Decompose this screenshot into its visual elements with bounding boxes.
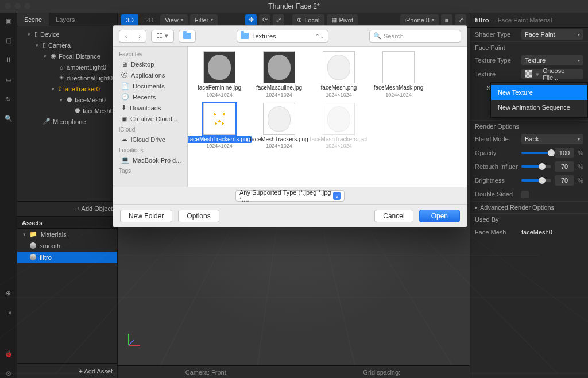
opacity-label: Opacity	[475, 149, 518, 156]
group-button[interactable]	[179, 30, 196, 43]
double-sided-checkbox[interactable]	[521, 191, 529, 198]
file-open-dialog: ‹ › ☷ ▾ Textures⌃⌄ 🔍 Search Favorites 🖥 …	[113, 25, 467, 227]
new-folder-button[interactable]: New Folder	[120, 210, 172, 222]
side-mbp[interactable]: 💻 MacBook Pro d...	[113, 155, 187, 165]
side-recents[interactable]: 🕘 Recents	[113, 91, 187, 102]
expand-icon[interactable]: ⤢	[455, 14, 466, 26]
window-traffic-lights	[5, 3, 30, 9]
scene-tree: ▾▯ Device ▾▯ Camera ▾◉ Focal Distance ☼ …	[17, 26, 117, 129]
pause-icon[interactable]: ⏸	[4, 55, 13, 64]
local-toggle[interactable]: ⊕ Local	[292, 14, 324, 26]
shader-type-label: Shader Type	[475, 31, 518, 38]
tex-type-label: Texture Type	[475, 57, 518, 64]
finder-search[interactable]: 🔍 Search	[369, 30, 461, 43]
layout-icon[interactable]: ≡	[441, 14, 452, 26]
pivot-toggle[interactable]: ▦ Pivot	[327, 14, 358, 26]
device-select[interactable]: iPhone 8▾	[400, 14, 439, 26]
file-item[interactable]: faceMeshMask.png1024×1024	[373, 51, 424, 98]
file-item[interactable]: faceMeshTrackerrrs.png1024×1024	[194, 103, 245, 150]
side-desktop[interactable]: 🖥 Desktop	[113, 59, 187, 70]
options-button[interactable]: Options	[178, 210, 219, 222]
side-apps[interactable]: Ⓐ Applications	[113, 70, 187, 80]
tree-ambient[interactable]: ☼ ambientLight0	[17, 61, 117, 72]
grp-icloud: iCloud	[113, 124, 187, 134]
tree-mic[interactable]: 🎤 Microphone	[17, 116, 117, 127]
axis-gizmo-icon	[126, 331, 143, 348]
search-icon[interactable]: 🔍	[4, 114, 13, 123]
texture-label: Texture	[475, 71, 518, 78]
svg-line-2	[129, 340, 134, 345]
rotate-tool-icon[interactable]: ⟳	[259, 14, 270, 26]
side-downloads[interactable]: ⬇ Downloads	[113, 102, 187, 113]
side-icloud[interactable]: ☁ iCloud Drive	[113, 134, 187, 145]
refresh-icon[interactable]: ↻	[4, 94, 13, 103]
grp-favorites: Favorites	[113, 49, 187, 59]
inspector-subtitle: – Face Paint Material	[492, 17, 552, 24]
texture-context-menu: New Texture New Animation Sequence	[490, 82, 588, 118]
bright-label: Brightness	[475, 177, 518, 184]
retouch-value[interactable]: 70	[555, 161, 574, 172]
scene-tool-icon[interactable]: ▣	[4, 16, 13, 25]
section-usedby: Used By	[470, 213, 588, 225]
grid-label: Grid spacing:	[294, 369, 470, 376]
tab-scene[interactable]: Scene	[17, 13, 49, 26]
section-advanced[interactable]: ▸Advanced Render Options	[470, 201, 588, 213]
mode-2d[interactable]: 2D	[141, 14, 158, 26]
cancel-button[interactable]: Cancel	[374, 210, 413, 222]
move-tool-icon[interactable]: ✥	[245, 14, 257, 26]
bright-slider[interactable]	[521, 179, 551, 182]
inspector-title: filtro	[475, 17, 489, 24]
device-icon[interactable]: ▭	[4, 75, 13, 84]
tree-facemesh[interactable]: ▾⬣ faceMesh0	[17, 94, 117, 105]
tab-layers[interactable]: Layers	[49, 13, 82, 26]
retouch-slider[interactable]	[521, 165, 551, 168]
add-object-button[interactable]: + Add Object	[17, 201, 117, 216]
tree-facetracker[interactable]: ▾⟟ faceTracker0	[17, 83, 117, 94]
opacity-value[interactable]: 100	[555, 148, 574, 158]
max-dot[interactable]	[24, 3, 30, 9]
ctx-new-anim-seq[interactable]: New Animation Sequence	[491, 100, 587, 115]
filter-dropdown[interactable]: Filter▾	[190, 14, 218, 26]
camera-tool-icon[interactable]: ▢	[4, 36, 13, 45]
tree-dirlight[interactable]: ☀ directionalLight0	[17, 72, 117, 83]
ctx-new-texture[interactable]: New Texture	[491, 85, 587, 100]
file-item[interactable]: faceFeminine.jpg1024×1024	[194, 51, 245, 98]
section-facepaint: Face Paint	[470, 41, 588, 53]
tree-facemesh-child[interactable]: ⬣ faceMesh0	[17, 105, 117, 116]
grp-tags: Tags	[113, 165, 187, 175]
checker-icon	[525, 70, 532, 78]
tree-focal[interactable]: ▾◉ Focal Distance	[17, 51, 117, 61]
shader-type-select[interactable]: Face Paint▾	[521, 29, 583, 40]
open-button[interactable]: Open	[419, 210, 460, 222]
finder-file-grid: faceFeminine.jpg1024×1024faceMasculine.j…	[188, 47, 467, 187]
file-item[interactable]: faceMeshTrackers.png1024×1024	[253, 103, 305, 150]
nav-back-button[interactable]: ‹	[119, 30, 133, 43]
opacity-slider[interactable]	[521, 152, 551, 154]
bright-value[interactable]: 70	[555, 175, 574, 186]
side-cc[interactable]: ▣ Creative Cloud...	[113, 113, 187, 124]
file-item[interactable]: faceMesh.png1024×1024	[313, 51, 365, 98]
blend-label: Blend Mode	[475, 136, 518, 142]
facemesh-value: faceMesh0	[521, 229, 552, 236]
mode-3d[interactable]: 3D	[121, 14, 138, 26]
view-mode-button[interactable]: ☷ ▾	[151, 30, 174, 43]
nav-fwd-button[interactable]: ›	[133, 30, 146, 43]
side-docs[interactable]: 📄 Documents	[113, 80, 187, 91]
file-item: faceMeshTrackers.psd1024×1024	[313, 103, 365, 150]
finder-sidebar: Favorites 🖥 Desktop Ⓐ Applications 📄 Doc…	[113, 47, 188, 187]
camera-label: Camera: Front	[118, 369, 294, 376]
finder-toolbar: ‹ › ☷ ▾ Textures⌃⌄ 🔍 Search	[113, 26, 467, 47]
folder-path-dropdown[interactable]: Textures⌃⌄	[237, 30, 328, 43]
view-dropdown[interactable]: View▾	[160, 14, 188, 26]
tree-camera[interactable]: ▾▯ Camera	[17, 40, 117, 51]
file-item[interactable]: faceMasculine.jpg1024×1024	[253, 51, 305, 98]
blend-select[interactable]: Back▾	[521, 134, 583, 144]
viewport-status: Camera: Front Grid spacing:	[118, 365, 470, 378]
close-dot[interactable]	[5, 3, 11, 9]
scale-tool-icon[interactable]: ⤢	[273, 14, 284, 26]
tree-device[interactable]: ▾▯ Device	[17, 29, 117, 40]
tex-type-select[interactable]: Texture▾	[521, 55, 583, 65]
min-dot[interactable]	[14, 3, 21, 9]
file-type-select[interactable]: Any Supported Type (*.jpeg *.jpg *....⌄	[235, 190, 345, 202]
choose-file-button[interactable]: ▾Choose File...	[521, 69, 583, 79]
